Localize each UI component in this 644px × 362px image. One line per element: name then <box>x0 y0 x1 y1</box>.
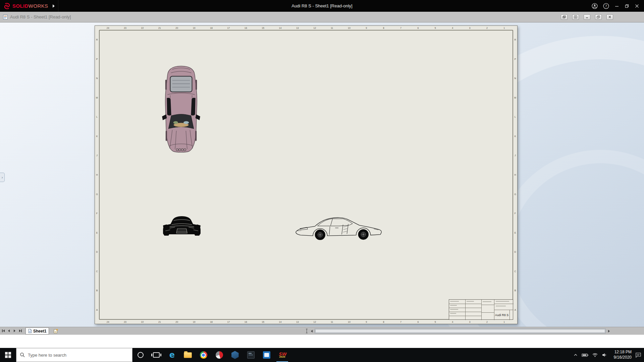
account-icon <box>592 3 598 9</box>
zone-numbers-bottom: 242322212019181716151413121110987654321 <box>99 319 513 324</box>
side-view-drawing[interactable] <box>292 214 386 242</box>
taskbar-app2-button[interactable] <box>243 348 259 362</box>
zone-label: P <box>95 50 99 69</box>
brand-expand-arrow-icon[interactable] <box>53 4 55 8</box>
zone-label: 24 <box>99 320 116 324</box>
brand-works-text: WORKS <box>29 3 48 9</box>
horizontal-scrollbar[interactable] <box>315 328 606 334</box>
doc-restore-button[interactable] <box>595 14 602 20</box>
app-icon-blue-window <box>263 351 270 359</box>
doc-minimize-button[interactable] <box>584 14 590 20</box>
zone-label: 7 <box>392 320 409 324</box>
zone-label: 6 <box>410 320 427 324</box>
previous-sheet-button[interactable] <box>6 328 11 334</box>
last-sheet-icon <box>21 329 22 332</box>
hscroll-right-arrow[interactable] <box>606 328 611 334</box>
taskbar-clock[interactable]: 12:18 PM 9/16/2020 <box>611 350 632 360</box>
brand-solid-text: SOLID <box>12 3 29 9</box>
zone-label: 4 <box>444 26 461 30</box>
zone-label: D <box>95 242 99 262</box>
taskbar-app-hexagon-button[interactable] <box>227 348 243 362</box>
close-icon <box>635 4 639 8</box>
speaker-icon <box>602 353 607 357</box>
zone-label: 14 <box>272 26 289 30</box>
help-button[interactable]: ? <box>603 3 609 9</box>
zone-label: 24 <box>99 26 116 30</box>
zone-label: 5 <box>427 320 444 324</box>
drawing-sheet[interactable]: 242322212019181716151413121110987654321 … <box>95 25 518 324</box>
taskbar-app1-button[interactable] <box>211 348 227 362</box>
zone-label: 1 <box>496 26 513 30</box>
search-input[interactable] <box>28 353 115 358</box>
taskbar-solidworks-button[interactable]: SW 2020 <box>274 348 290 362</box>
zone-label: L <box>95 107 99 127</box>
action-center-button[interactable] <box>635 352 641 358</box>
start-button[interactable] <box>0 348 16 362</box>
titleblock-text-line <box>450 305 457 306</box>
zone-label: A <box>513 300 517 319</box>
next-sheet-button[interactable] <box>12 328 17 334</box>
feature-manager-expand-tab[interactable]: › <box>0 173 5 182</box>
doc-cascade-button[interactable] <box>561 14 568 20</box>
taskbar-taskview-button[interactable] <box>148 348 164 362</box>
app-icon-dark <box>247 351 255 359</box>
zone-label: 21 <box>151 26 168 30</box>
zone-label: 14 <box>272 320 289 324</box>
zone-label: R <box>95 30 99 50</box>
tray-battery-button[interactable] <box>582 353 588 357</box>
minimize-button[interactable] <box>614 4 619 8</box>
chrome-icon <box>200 351 207 359</box>
solidworks-logo-icon <box>3 2 11 10</box>
account-button[interactable] <box>592 3 598 9</box>
tab-scroll-splitter[interactable] <box>306 328 308 334</box>
titleblock-part-name: Audi R8 S <box>494 310 509 320</box>
zone-label: E <box>95 223 99 242</box>
zone-label: J <box>513 146 517 165</box>
zone-label: 4 <box>444 320 461 324</box>
tab-sheet1[interactable]: Sheet1 <box>25 327 49 335</box>
tray-network-button[interactable] <box>592 353 598 357</box>
previous-sheet-icon <box>8 329 10 332</box>
zone-label: 3 <box>461 320 478 324</box>
horizontal-scrollbar-thumb[interactable] <box>315 329 605 333</box>
taskbar-search[interactable] <box>16 348 132 362</box>
next-sheet-icon <box>14 329 15 332</box>
taskbar-explorer-button[interactable] <box>180 348 196 362</box>
doc-close-button[interactable] <box>606 14 613 20</box>
taskbar-cortana-button[interactable] <box>132 348 148 362</box>
last-sheet-button[interactable] <box>18 328 23 334</box>
doc-tile-button[interactable] <box>572 14 579 20</box>
graphics-area[interactable]: › 24232221201918171615141312111098765432… <box>0 22 644 327</box>
zone-label: 23 <box>116 26 133 30</box>
zone-label: 23 <box>116 320 133 324</box>
front-view-drawing[interactable] <box>161 212 202 240</box>
zone-label: 16 <box>237 320 254 324</box>
top-view-drawing[interactable] <box>161 64 202 154</box>
background-swoosh <box>496 150 644 327</box>
zone-label: P <box>513 50 517 69</box>
titleblock-line <box>481 305 494 305</box>
close-button[interactable] <box>635 4 639 8</box>
taskbar-edge-button[interactable]: e <box>164 348 180 362</box>
wifi-icon <box>592 353 598 357</box>
zone-label: H <box>513 165 517 185</box>
doc-restore-icon <box>597 15 600 18</box>
taskbar-app3-button[interactable] <box>259 348 274 362</box>
zone-label: 12 <box>306 26 323 30</box>
zone-label: 9 <box>358 26 375 30</box>
taskbar-chrome-button[interactable] <box>196 348 211 362</box>
title-block: Audi R8 S <box>449 299 513 320</box>
doc-close-icon <box>608 15 611 18</box>
add-sheet-button[interactable] <box>51 328 60 334</box>
titleblock-text-line <box>467 301 474 302</box>
sheet-icon <box>28 329 32 333</box>
hscroll-left-arrow[interactable] <box>309 328 314 334</box>
first-sheet-button[interactable] <box>1 328 6 334</box>
zone-label: L <box>513 107 517 127</box>
tray-volume-button[interactable] <box>602 353 607 357</box>
clock-time: 12:18 PM <box>614 350 632 355</box>
restore-button[interactable] <box>625 4 629 8</box>
zone-label: 2 <box>478 320 495 324</box>
tray-show-hidden-button[interactable] <box>573 353 578 357</box>
zone-label: 8 <box>375 320 392 324</box>
